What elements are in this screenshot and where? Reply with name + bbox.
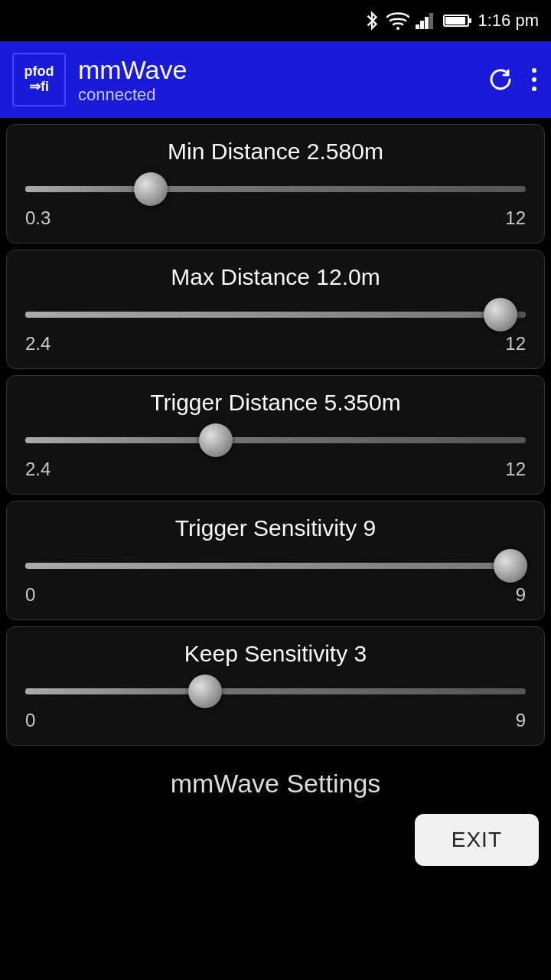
exit-button[interactable]: EXIT	[415, 814, 539, 866]
app-title-block: mmWave connected	[78, 55, 487, 105]
slider-track-container-max-distance[interactable]	[25, 301, 526, 328]
slider-title-trigger-sensitivity: Trigger Sensitivity 9	[25, 515, 526, 541]
slider-track-trigger-distance	[25, 437, 526, 443]
refresh-icon[interactable]	[487, 66, 514, 93]
slider-thumb-trigger-distance[interactable]	[199, 423, 233, 457]
slider-track-trigger-sensitivity	[25, 563, 526, 569]
slider-track-container-trigger-distance[interactable]	[25, 426, 526, 454]
slider-max-keep-sensitivity: 9	[516, 710, 526, 731]
exit-button-row: EXIT	[0, 814, 551, 878]
svg-rect-3	[425, 17, 429, 29]
slider-fill-trigger-distance	[25, 437, 216, 443]
app-bar-actions	[487, 66, 539, 93]
app-bar: pfod ⇒fi mmWave connected	[0, 41, 551, 118]
app-title: mmWave	[78, 55, 487, 85]
logo-line2: ⇒fi	[24, 80, 54, 95]
status-bar: 1:16 pm	[0, 0, 551, 41]
slider-labels-max-distance: 2.4 12	[25, 333, 526, 354]
wifi-icon	[386, 11, 409, 30]
slider-fill-keep-sensitivity	[25, 688, 205, 694]
signal-icon	[416, 12, 437, 29]
slider-title-max-distance: Max Distance 12.0m	[25, 264, 526, 290]
svg-rect-2	[420, 21, 424, 29]
slider-thumb-keep-sensitivity[interactable]	[188, 675, 222, 708]
bluetooth-icon	[364, 10, 380, 31]
slider-fill-max-distance	[25, 312, 500, 318]
slider-card-max-distance: Max Distance 12.0m 2.4 12	[6, 250, 545, 369]
slider-thumb-min-distance[interactable]	[134, 172, 168, 206]
svg-point-0	[396, 27, 399, 30]
slider-track-container-min-distance[interactable]	[25, 175, 526, 203]
slider-max-trigger-sensitivity: 9	[516, 584, 526, 606]
slider-track-min-distance	[25, 186, 526, 192]
slider-min-keep-sensitivity: 0	[25, 710, 35, 731]
battery-icon	[443, 13, 472, 28]
status-icons: 1:16 pm	[364, 10, 540, 31]
svg-rect-1	[416, 24, 419, 29]
slider-min-trigger-distance: 2.4	[25, 459, 51, 480]
slider-title-keep-sensitivity: Keep Sensitivity 3	[25, 641, 526, 667]
slider-card-keep-sensitivity: Keep Sensitivity 3 0 9	[6, 626, 545, 746]
slider-max-max-distance: 12	[505, 333, 526, 354]
svg-rect-7	[445, 17, 465, 24]
slider-track-container-trigger-sensitivity[interactable]	[25, 552, 526, 580]
slider-track-keep-sensitivity	[25, 688, 526, 694]
slider-card-min-distance: Min Distance 2.580m 0.3 12	[6, 124, 545, 243]
footer-label: mmWave Settings	[0, 746, 551, 814]
more-options-icon[interactable]	[530, 66, 539, 93]
slider-thumb-trigger-sensitivity[interactable]	[494, 549, 527, 583]
slider-labels-min-distance: 0.3 12	[25, 207, 526, 229]
slider-title-trigger-distance: Trigger Distance 5.350m	[25, 390, 526, 416]
slider-labels-trigger-sensitivity: 0 9	[25, 584, 526, 606]
app-subtitle: connected	[78, 85, 487, 105]
svg-point-10	[532, 87, 536, 91]
slider-max-min-distance: 12	[505, 207, 526, 229]
slider-min-trigger-sensitivity: 0	[25, 584, 35, 606]
slider-min-min-distance: 0.3	[25, 207, 51, 229]
slider-min-max-distance: 2.4	[25, 333, 51, 354]
slider-fill-min-distance	[25, 186, 151, 192]
slider-track-container-keep-sensitivity[interactable]	[25, 678, 526, 705]
app-logo: pfod ⇒fi	[12, 53, 66, 106]
slider-fill-trigger-sensitivity	[25, 563, 510, 569]
slider-title-min-distance: Min Distance 2.580m	[25, 139, 526, 165]
svg-point-8	[532, 68, 536, 73]
svg-rect-6	[468, 18, 471, 23]
slider-labels-keep-sensitivity: 0 9	[25, 710, 526, 731]
slider-thumb-max-distance[interactable]	[484, 298, 517, 332]
svg-rect-4	[429, 13, 433, 29]
svg-point-9	[532, 77, 536, 82]
logo-line1: pfod	[24, 64, 54, 80]
sliders-container: Min Distance 2.580m 0.3 12 Max Distance …	[0, 118, 551, 746]
status-time: 1:16 pm	[478, 11, 540, 31]
slider-track-max-distance	[25, 312, 526, 318]
slider-card-trigger-distance: Trigger Distance 5.350m 2.4 12	[6, 375, 545, 495]
slider-card-trigger-sensitivity: Trigger Sensitivity 9 0 9	[6, 501, 545, 620]
slider-labels-trigger-distance: 2.4 12	[25, 459, 526, 480]
slider-max-trigger-distance: 12	[505, 459, 526, 480]
